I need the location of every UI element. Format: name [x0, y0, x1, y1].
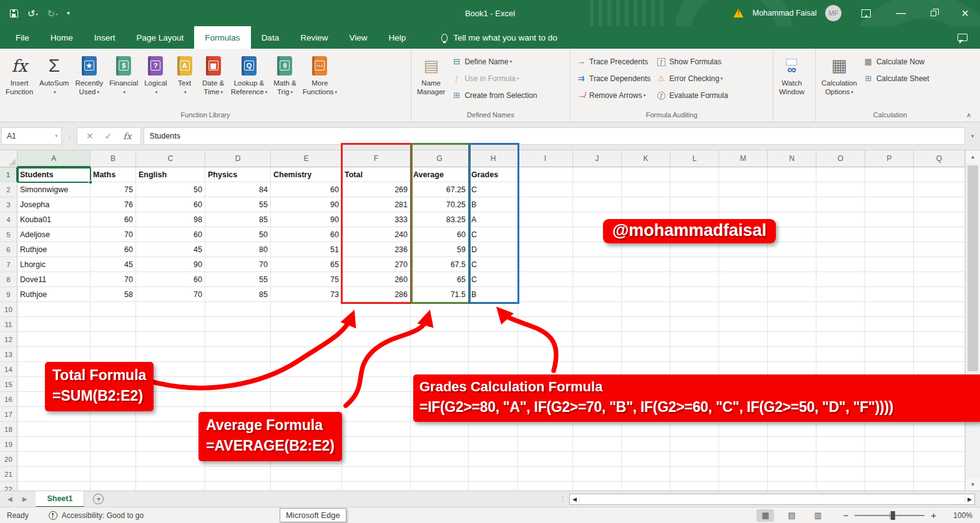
cell-F5[interactable]: 240: [342, 227, 411, 242]
cell-F14[interactable]: [342, 362, 411, 377]
cell-N3[interactable]: [768, 197, 816, 212]
cell-K9[interactable]: [622, 287, 670, 302]
cell-K12[interactable]: [622, 332, 670, 347]
cell-Q4[interactable]: [914, 212, 965, 227]
page-layout-view-icon[interactable]: ▤: [783, 509, 800, 522]
cell-A12[interactable]: [17, 332, 91, 347]
cell-A9[interactable]: Ruthjoe: [17, 287, 91, 302]
cell-B11[interactable]: [91, 317, 136, 332]
ribbon-button-insert-function[interactable]: fxInsertFunction: [2, 52, 36, 97]
cell-Q2[interactable]: [914, 182, 965, 197]
confirm-entry-icon[interactable]: ✓: [105, 131, 112, 141]
cell-K8[interactable]: [622, 272, 670, 287]
cell-D21[interactable]: [205, 467, 271, 482]
cell-D11[interactable]: [205, 317, 271, 332]
cell-Q13[interactable]: [914, 347, 965, 362]
cell-B5[interactable]: 70: [91, 227, 136, 242]
cell-F20[interactable]: [342, 452, 411, 467]
cell-K19[interactable]: [622, 437, 670, 452]
cell-B10[interactable]: [91, 302, 136, 317]
cell-O8[interactable]: [816, 272, 865, 287]
cell-B21[interactable]: [91, 467, 136, 482]
row-header-17[interactable]: 17: [0, 407, 17, 422]
cell-J8[interactable]: [573, 272, 622, 287]
cell-I18[interactable]: [518, 422, 573, 437]
cell-J11[interactable]: [573, 317, 622, 332]
cell-A7[interactable]: Lhorgic: [17, 257, 91, 272]
cell-N9[interactable]: [768, 287, 816, 302]
new-sheet-button[interactable]: +: [93, 494, 104, 504]
cell-F1[interactable]: Total: [342, 167, 411, 182]
ribbon-item-evaluate-formula[interactable]: ƒEvaluate Formula: [653, 87, 730, 103]
row-header-9[interactable]: 9: [0, 287, 17, 302]
horizontal-scrollbar[interactable]: ◀ ▶: [569, 494, 975, 505]
cell-H7[interactable]: C: [469, 257, 518, 272]
cell-Q3[interactable]: [914, 197, 965, 212]
insert-function-fx-icon[interactable]: fx: [123, 131, 131, 141]
ribbon-item-calculate-now[interactable]: ▦Calculate Now: [860, 54, 932, 69]
tab-help[interactable]: Help: [378, 26, 416, 49]
cell-E9[interactable]: 73: [271, 287, 342, 302]
column-header-H[interactable]: H: [469, 150, 518, 167]
cell-Q9[interactable]: [914, 287, 965, 302]
cell-N6[interactable]: [768, 242, 816, 257]
cell-J3[interactable]: [573, 197, 622, 212]
ribbon-button-financial[interactable]: $Financial▾: [106, 52, 141, 97]
zoom-in-button[interactable]: +: [931, 510, 936, 521]
cell-L18[interactable]: [670, 422, 719, 437]
cell-K21[interactable]: [622, 467, 670, 482]
cell-A22[interactable]: [17, 482, 91, 491]
column-header-Q[interactable]: Q: [914, 150, 965, 167]
cell-I10[interactable]: [518, 302, 573, 317]
ribbon-display-options-icon[interactable]: ▴: [861, 9, 871, 17]
cell-P6[interactable]: [865, 242, 914, 257]
cell-H6[interactable]: D: [469, 242, 518, 257]
row-header-1[interactable]: 1: [0, 167, 17, 182]
cell-G6[interactable]: 59: [411, 242, 469, 257]
row-header-13[interactable]: 13: [0, 347, 17, 362]
cell-H4[interactable]: A: [469, 212, 518, 227]
cell-I2[interactable]: [518, 182, 573, 197]
cell-A21[interactable]: [17, 467, 91, 482]
cell-I22[interactable]: [518, 482, 573, 491]
ribbon-item-error-checking[interactable]: ⚠Error Checking▾: [653, 71, 730, 86]
cell-N18[interactable]: [768, 422, 816, 437]
warning-icon[interactable]: [733, 9, 743, 17]
cell-Q22[interactable]: [914, 482, 965, 491]
row-header-12[interactable]: 12: [0, 332, 17, 347]
cell-F6[interactable]: 236: [342, 242, 411, 257]
close-button[interactable]: ×: [961, 7, 969, 19]
cell-C18[interactable]: [136, 422, 205, 437]
cell-C7[interactable]: 90: [136, 257, 205, 272]
cell-A3[interactable]: Josepha: [17, 197, 91, 212]
tab-file[interactable]: File: [5, 26, 40, 49]
cell-E7[interactable]: 65: [271, 257, 342, 272]
vertical-scrollbar[interactable]: ▲ ▼: [965, 150, 980, 491]
cell-K1[interactable]: [622, 167, 670, 182]
scroll-up-icon[interactable]: ▲: [966, 150, 980, 163]
cell-P22[interactable]: [865, 482, 914, 491]
cell-L10[interactable]: [670, 302, 719, 317]
cell-A5[interactable]: Adeljose: [17, 227, 91, 242]
cell-I6[interactable]: [518, 242, 573, 257]
next-sheet-icon[interactable]: ▶: [22, 496, 27, 502]
ribbon-item-trace-dependents[interactable]: ⇉Trace Dependents: [573, 71, 653, 86]
cell-N19[interactable]: [768, 437, 816, 452]
cell-P8[interactable]: [865, 272, 914, 287]
cell-D16[interactable]: [205, 392, 271, 407]
cell-Q1[interactable]: [914, 167, 965, 182]
ribbon-button-math-trig[interactable]: θMath &Trig▾: [270, 52, 299, 97]
cell-A8[interactable]: Dove11: [17, 272, 91, 287]
cell-H8[interactable]: C: [469, 272, 518, 287]
cell-L12[interactable]: [670, 332, 719, 347]
cell-F22[interactable]: [342, 482, 411, 491]
cell-C13[interactable]: [136, 347, 205, 362]
cell-O12[interactable]: [816, 332, 865, 347]
cell-B22[interactable]: [91, 482, 136, 491]
ribbon-item-create-from-selection[interactable]: ⊞Create from Selection: [448, 87, 539, 103]
cell-C8[interactable]: 60: [136, 272, 205, 287]
ribbon-item-calculate-sheet[interactable]: ⊞Calculate Sheet: [860, 71, 932, 86]
cell-O19[interactable]: [816, 437, 865, 452]
cell-K22[interactable]: [622, 482, 670, 491]
cell-H21[interactable]: [469, 467, 518, 482]
